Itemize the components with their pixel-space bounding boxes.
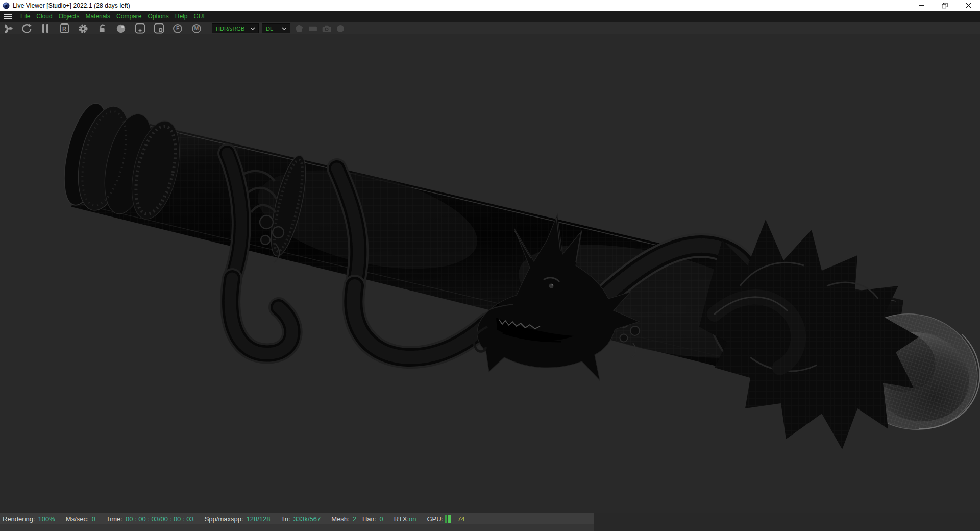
menu-cloud[interactable]: Cloud xyxy=(33,11,55,22)
octane-logo-icon[interactable] xyxy=(1,22,14,34)
status-bar: Rendering: 100% Ms/sec: 0 Time: 00 : 00 … xyxy=(0,513,594,524)
menu-gui[interactable]: GUI xyxy=(190,11,207,22)
restore-button[interactable] xyxy=(933,0,957,11)
close-button[interactable] xyxy=(957,0,980,11)
menu-bar: File Cloud Objects Materials Compare Opt… xyxy=(0,11,980,22)
menu-objects[interactable]: Objects xyxy=(56,11,83,22)
hamburger-menu-icon[interactable] xyxy=(4,14,12,19)
sphere-icon[interactable] xyxy=(335,22,346,34)
focus-picker-icon[interactable]: F xyxy=(171,22,184,34)
window-controls xyxy=(910,0,980,11)
menu-options[interactable]: Options xyxy=(144,11,172,22)
settings-gear-icon[interactable] xyxy=(77,22,90,34)
material-picker-icon[interactable]: M xyxy=(190,22,203,34)
restart-render-icon[interactable]: R xyxy=(58,22,71,34)
menu-materials[interactable]: Materials xyxy=(82,11,113,22)
status-triangles: Tri: 333k/567 xyxy=(281,515,321,523)
render-mode-dropdown[interactable]: DL xyxy=(262,23,290,33)
app-logo-icon xyxy=(3,2,10,9)
render-plane-icon[interactable] xyxy=(307,22,318,34)
lock-open-icon[interactable] xyxy=(95,22,109,34)
refresh-icon[interactable] xyxy=(20,22,33,34)
colorspace-dropdown[interactable]: HDR/sRGB xyxy=(212,23,259,33)
add-box-icon[interactable] xyxy=(133,22,146,34)
material-glyph: M xyxy=(194,26,199,31)
status-ms-sec: Ms/sec: 0 xyxy=(66,515,95,523)
title-bar: Live Viewer [Studio+] 2022.1 (28 days le… xyxy=(0,0,980,11)
window-title: Live Viewer [Studio+] 2022.1 (28 days le… xyxy=(13,2,130,9)
focus-glyph: F xyxy=(176,26,179,31)
menu-file[interactable]: File xyxy=(17,11,33,22)
dragon-scroll-render xyxy=(0,34,980,513)
status-hair: Hair: 0 xyxy=(362,515,383,523)
pause-icon[interactable] xyxy=(39,22,52,34)
bottom-bar: Rendering: 100% Ms/sec: 0 Time: 00 : 00 … xyxy=(0,513,980,531)
minimize-button[interactable] xyxy=(910,0,933,11)
camera-icon[interactable] xyxy=(321,22,332,34)
menu-help[interactable]: Help xyxy=(172,11,191,22)
status-time: Time: 00 : 00 : 03/00 : 00 : 03 xyxy=(106,515,194,523)
status-spp: Spp/maxspp: 128/128 xyxy=(205,515,271,523)
region-box-icon[interactable] xyxy=(152,22,165,34)
status-mesh: Mesh: 2 xyxy=(331,515,356,523)
status-rtx: RTX: on xyxy=(394,515,416,523)
live-viewer-window: Live Viewer [Studio+] 2022.1 (28 days le… xyxy=(0,0,980,531)
menu-compare[interactable]: Compare xyxy=(113,11,144,22)
toolbar: R xyxy=(0,22,980,34)
gpu-activity-bars xyxy=(445,515,451,523)
chevron-down-icon xyxy=(282,27,287,30)
status-rendering: Rendering: 100% xyxy=(3,515,55,523)
gpu-bar-icon xyxy=(445,515,447,523)
chevron-down-icon xyxy=(250,27,255,30)
status-sub-strip xyxy=(0,524,594,531)
material-ball-icon[interactable] xyxy=(114,22,128,34)
gpu-bar-icon xyxy=(448,515,451,523)
render-mode-value: DL xyxy=(262,26,277,32)
status-gpu: GPU: 74 xyxy=(427,515,465,523)
object-icon[interactable] xyxy=(293,22,305,34)
render-viewport[interactable] xyxy=(0,34,980,513)
colorspace-value: HDR/sRGB xyxy=(212,26,245,32)
restart-glyph: R xyxy=(62,26,66,32)
